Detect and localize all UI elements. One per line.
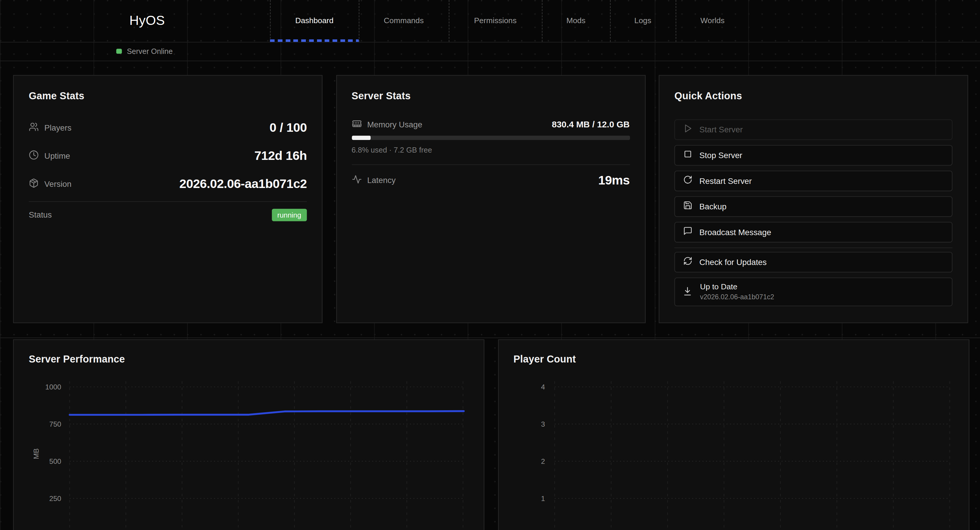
players-label: Players	[45, 123, 72, 132]
tab-commands[interactable]: Commands	[359, 0, 449, 41]
nav-tabs: Dashboard Commands Permissions Mods Logs…	[270, 0, 749, 41]
tab-dashboard[interactable]: Dashboard	[270, 0, 358, 41]
player-count-chart: 4321	[498, 340, 970, 530]
update-status-version: v2026.02.06-aa1b071c2	[700, 293, 774, 301]
divider	[675, 247, 953, 248]
card-title: Quick Actions	[659, 76, 968, 103]
play-icon	[683, 124, 692, 135]
svg-text:500: 500	[49, 457, 61, 465]
players-value: 0 / 100	[270, 121, 307, 135]
app-logo: HyOS	[129, 0, 165, 41]
status-row: Status running	[29, 202, 307, 228]
restart-server-button[interactable]: Restart Server	[675, 171, 953, 191]
memory-progress-bar	[352, 135, 630, 140]
version-value: 2026.02.06-aa1b071c2	[180, 177, 307, 191]
players-row: Players 0 / 100	[29, 114, 307, 142]
memory-value: 830.4 MB / 12.0 GB	[552, 119, 630, 129]
latency-value: 19ms	[598, 173, 630, 187]
latency-label: Latency	[367, 175, 395, 185]
svg-text:1000: 1000	[45, 383, 62, 391]
users-icon	[29, 122, 39, 134]
memory-caption: 6.8% used · 7.2 GB free	[352, 145, 630, 154]
server-performance-card: 1000750500250MB Server Performance	[13, 339, 484, 530]
server-stats-card: Server Stats Memory Usage 830.4 MB / 12.…	[336, 75, 646, 323]
online-indicator-icon	[116, 48, 121, 54]
tab-logs[interactable]: Logs	[610, 0, 675, 41]
start-server-button[interactable]: Start Server	[675, 119, 953, 140]
broadcast-message-button[interactable]: Broadcast Message	[675, 222, 953, 242]
tab-mods[interactable]: Mods	[541, 0, 610, 41]
svg-text:250: 250	[49, 495, 61, 503]
chart-title: Server Performance	[14, 340, 484, 366]
latency-row: Latency 19ms	[352, 165, 630, 195]
svg-text:1: 1	[541, 495, 545, 503]
server-status: Server Online	[116, 41, 173, 60]
clock-icon	[29, 150, 39, 162]
game-stats-card: Game Stats Players 0 / 100 Uptime 712d 1…	[13, 75, 323, 323]
card-title: Game Stats	[14, 76, 322, 103]
tab-permissions[interactable]: Permissions	[449, 0, 541, 41]
quick-actions-card: Quick Actions Start Server Stop Server R…	[659, 75, 968, 323]
active-tab-underline	[270, 39, 358, 41]
memory-row: Memory Usage 830.4 MB / 12.0 GB	[352, 114, 630, 135]
svg-text:3: 3	[541, 420, 545, 428]
grid-row-divider	[0, 337, 980, 338]
update-status-title: Up to Date	[700, 283, 774, 292]
chart-title: Player Count	[498, 340, 969, 366]
version-label: Version	[45, 180, 72, 189]
memory-progress-fill	[352, 135, 371, 140]
card-title: Server Stats	[337, 76, 645, 103]
player-count-card: 4321 Player Count	[498, 339, 969, 530]
restart-icon	[683, 175, 692, 186]
status-badge: running	[272, 208, 307, 221]
uptime-value: 712d 16h	[255, 149, 307, 163]
server-performance-chart: 1000750500250MB	[14, 340, 485, 530]
statusbar-divider	[0, 60, 980, 61]
download-icon	[682, 286, 692, 298]
stop-server-button[interactable]: Stop Server	[675, 145, 953, 165]
save-icon	[683, 201, 692, 212]
svg-text:2: 2	[541, 457, 545, 465]
stop-icon	[683, 150, 692, 161]
check-updates-button[interactable]: Check for Updates	[675, 252, 953, 272]
svg-text:4: 4	[541, 383, 545, 391]
svg-text:MB: MB	[32, 448, 40, 459]
tab-worlds[interactable]: Worlds	[675, 0, 749, 41]
server-status-label: Server Online	[127, 47, 173, 56]
dashboard-page: HyOS Dashboard Commands Permissions Mods…	[0, 0, 980, 530]
activity-icon	[352, 174, 361, 186]
uptime-label: Uptime	[45, 151, 70, 161]
svg-text:750: 750	[49, 420, 61, 428]
memory-icon	[352, 118, 361, 130]
refresh-icon	[683, 256, 692, 267]
message-icon	[683, 226, 692, 237]
uptime-row: Uptime 712d 16h	[29, 142, 307, 170]
status-label: Status	[29, 210, 52, 219]
backup-button[interactable]: Backup	[675, 196, 953, 216]
memory-label: Memory Usage	[367, 120, 422, 129]
package-icon	[29, 178, 39, 190]
update-status-button[interactable]: Up to Date v2026.02.06-aa1b071c2	[675, 278, 953, 306]
version-row: Version 2026.02.06-aa1b071c2	[29, 170, 307, 198]
